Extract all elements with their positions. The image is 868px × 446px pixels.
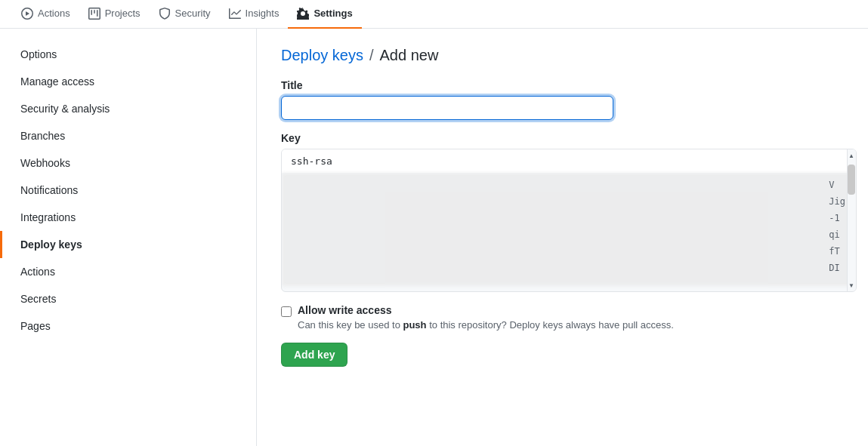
sidebar-item-security-analysis[interactable]: Security & analysis	[0, 95, 256, 122]
scrollbar-track[interactable]: ▲ ▼	[847, 149, 856, 291]
sidebar-item-secrets[interactable]: Secrets	[0, 285, 256, 312]
breadcrumb-separator: /	[369, 47, 374, 63]
allow-write-desc-before: Can this key be used to	[298, 319, 400, 331]
allow-write-label: Allow write access	[298, 304, 674, 316]
scroll-down-icon[interactable]: ▼	[848, 281, 855, 290]
nav-label-actions: Actions	[38, 8, 70, 19]
key-form-group: Key ssh-rsa ▲ ▼ V Jig -1 qi fT DI	[281, 132, 857, 292]
allow-write-desc-bold: push	[403, 319, 426, 331]
allow-write-label-group: Allow write access Can this key be used …	[298, 304, 674, 331]
nav-label-insights: Insights	[246, 8, 280, 19]
allow-write-desc-after: to this repository? Deploy keys always h…	[429, 319, 674, 331]
nav-label-projects: Projects	[105, 8, 141, 19]
nav-item-actions[interactable]: Actions	[12, 0, 79, 29]
add-key-button[interactable]: Add key	[281, 343, 348, 367]
key-content-header: ssh-rsa	[282, 149, 856, 173]
nav-item-security[interactable]: Security	[150, 0, 220, 29]
sidebar-item-branches[interactable]: Branches	[0, 122, 256, 149]
play-icon	[21, 8, 33, 20]
allow-write-checkbox[interactable]	[281, 306, 292, 317]
key-right-label-6: DI	[829, 260, 845, 276]
key-right-label-3: -1	[829, 210, 845, 226]
sidebar-item-notifications[interactable]: Notifications	[0, 177, 256, 204]
breadcrumb-current: Add new	[380, 47, 439, 63]
nav-item-projects[interactable]: Projects	[79, 0, 150, 29]
allow-write-desc: Can this key be used to push to this rep…	[298, 319, 674, 331]
key-blurred-content	[282, 173, 856, 286]
nav-item-settings[interactable]: Settings	[288, 0, 361, 29]
top-nav: Actions Projects Security Insights Setti…	[0, 0, 868, 29]
key-right-label-4: qi	[829, 226, 845, 243]
sidebar-item-pages[interactable]: Pages	[0, 312, 256, 340]
main-content: Deploy keys/Add new Title Key ssh-rsa ▲ …	[257, 29, 868, 446]
key-right-label-2: Jig	[829, 193, 845, 210]
title-label: Title	[281, 79, 857, 91]
nav-label-settings: Settings	[314, 8, 352, 19]
allow-write-group: Allow write access Can this key be used …	[281, 304, 857, 331]
scrollbar-thumb[interactable]	[848, 165, 855, 195]
key-right-label-5: fT	[829, 243, 845, 260]
title-form-group: Title	[281, 79, 857, 120]
insights-icon	[229, 8, 241, 20]
key-prefix-text: ssh-rsa	[291, 155, 332, 167]
nav-item-insights[interactable]: Insights	[220, 0, 289, 29]
breadcrumb-link[interactable]: Deploy keys	[281, 47, 363, 63]
settings-icon	[297, 8, 309, 20]
sidebar-item-deploy-keys[interactable]: Deploy keys	[0, 231, 256, 258]
sidebar-item-options[interactable]: Options	[0, 41, 256, 68]
layout: Options Manage access Security & analysi…	[0, 29, 868, 446]
key-textarea-area: ssh-rsa ▲ ▼ V Jig -1 qi fT DI	[281, 149, 857, 292]
key-right-label-1: V	[829, 177, 845, 193]
sidebar-item-integrations[interactable]: Integrations	[0, 204, 256, 231]
sidebar: Options Manage access Security & analysi…	[0, 29, 257, 446]
key-right-labels: V Jig -1 qi fT DI	[829, 177, 845, 276]
title-input[interactable]	[281, 96, 613, 120]
sidebar-item-actions[interactable]: Actions	[0, 258, 256, 285]
shield-icon	[159, 8, 171, 20]
key-label: Key	[281, 132, 857, 144]
sidebar-item-manage-access[interactable]: Manage access	[0, 68, 256, 95]
nav-label-security: Security	[175, 8, 211, 19]
sidebar-item-webhooks[interactable]: Webhooks	[0, 149, 256, 177]
scroll-up-icon[interactable]: ▲	[848, 151, 855, 160]
breadcrumb: Deploy keys/Add new	[281, 47, 857, 64]
projects-icon	[88, 8, 100, 20]
